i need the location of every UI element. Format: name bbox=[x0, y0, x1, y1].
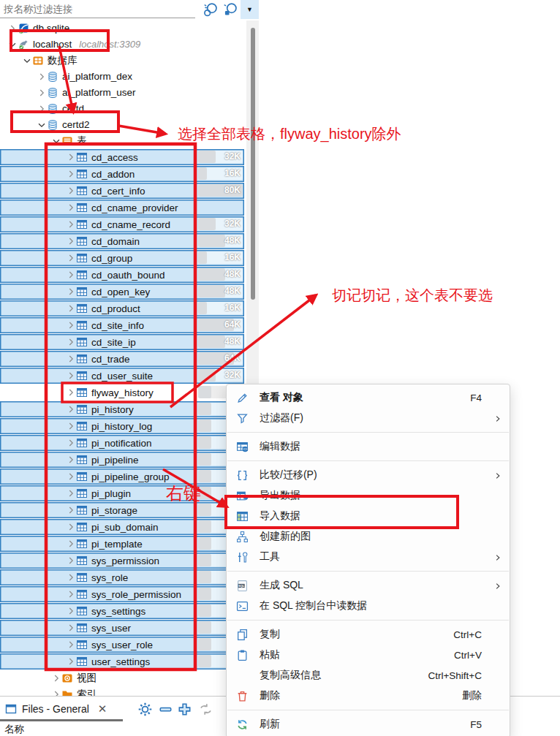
chevron-right-icon[interactable] bbox=[66, 572, 76, 583]
menu-item-export-data[interactable]: 导出数据 bbox=[227, 485, 510, 506]
tree-item-ai_platform_dex[interactable]: ai_platform_dex bbox=[0, 69, 244, 84]
tree-item-cd_site_ip[interactable]: cd_site_ip48K bbox=[0, 334, 244, 350]
chevron-right-icon[interactable] bbox=[37, 103, 47, 115]
tree-item--[interactable]: 表 bbox=[0, 133, 244, 148]
settings-gear-icon[interactable] bbox=[137, 702, 153, 717]
chevron-right-icon[interactable] bbox=[66, 269, 76, 281]
tree-item-localhost[interactable]: localhostlocalhost:3309 bbox=[0, 37, 244, 52]
tree-item-ai_platform_user[interactable]: ai_platform_user bbox=[0, 85, 244, 100]
chevron-right-icon[interactable] bbox=[66, 639, 76, 650]
chevron-right-icon[interactable] bbox=[66, 370, 76, 382]
tree-item-pi_storage[interactable]: pi_storage bbox=[0, 502, 244, 518]
tree-item-certd2[interactable]: certd2 bbox=[0, 117, 244, 132]
menu-item-delete[interactable]: 删除删除 bbox=[227, 686, 510, 706]
tree-item-db-sqlite[interactable]: db.sqlite bbox=[0, 20, 244, 36]
tree-item-cd_cname_record[interactable]: cd_cname_record32K bbox=[0, 216, 244, 232]
tree-item-pi_pipeline_group[interactable]: pi_pipeline_group bbox=[0, 468, 244, 485]
chevron-right-icon[interactable] bbox=[66, 555, 76, 566]
menu-item-refresh[interactable]: 刷新F5 bbox=[227, 714, 510, 735]
tree-item-pi_history_log[interactable]: pi_history_log bbox=[0, 418, 244, 434]
tree-item-pi_notification[interactable]: pi_notification bbox=[0, 435, 244, 451]
chevron-right-icon[interactable] bbox=[37, 87, 47, 99]
chevron-right-icon[interactable] bbox=[66, 235, 76, 247]
chevron-right-icon[interactable] bbox=[66, 151, 76, 163]
chevron-right-icon[interactable] bbox=[66, 521, 76, 533]
menu-item-tools[interactable]: 工具 bbox=[227, 547, 510, 567]
tree-item-cd_cname_provider[interactable]: cd_cname_provider bbox=[0, 200, 244, 216]
tree-item-user_settings[interactable]: user_settings bbox=[0, 653, 244, 669]
tree-item--[interactable]: 索引 bbox=[0, 686, 244, 696]
tree-item-certd[interactable]: certd bbox=[0, 101, 244, 116]
tree-item-pi_plugin[interactable]: pi_plugin bbox=[0, 485, 244, 501]
chevron-right-icon[interactable] bbox=[51, 688, 61, 697]
tree-item-cd_group[interactable]: cd_group16K bbox=[0, 250, 244, 266]
menu-item-copy-advanced-info[interactable]: 复制高级信息Ctrl+Shift+C bbox=[227, 665, 510, 686]
tree-item-sys_permission[interactable]: sys_permission bbox=[0, 553, 244, 569]
chevron-right-icon[interactable] bbox=[7, 23, 18, 34]
chevron-right-icon[interactable] bbox=[66, 420, 76, 432]
tree-item-sys_user[interactable]: sys_user bbox=[0, 620, 244, 636]
chevron-right-icon[interactable] bbox=[66, 303, 76, 314]
chevron-down-icon[interactable] bbox=[7, 39, 18, 50]
chevron-right-icon[interactable] bbox=[66, 319, 76, 331]
chevron-right-icon[interactable] bbox=[66, 403, 76, 415]
menu-item-view-object[interactable]: 查看 对象F4 bbox=[227, 387, 510, 408]
tree-item--[interactable]: 数据库 bbox=[0, 53, 244, 68]
chevron-down-icon[interactable] bbox=[51, 135, 61, 147]
chevron-right-icon[interactable] bbox=[66, 252, 76, 264]
tree-item-cd_trade[interactable]: cd_trade64K bbox=[0, 351, 244, 367]
tree-item-pi_history[interactable]: pi_history bbox=[0, 401, 244, 417]
tree-item-pi_template[interactable]: pi_template bbox=[0, 536, 244, 552]
tree-item-sys_settings[interactable]: sys_settings bbox=[0, 603, 244, 619]
chevron-right-icon[interactable] bbox=[66, 656, 76, 667]
chevron-right-icon[interactable] bbox=[66, 286, 76, 297]
chevron-right-icon[interactable] bbox=[66, 387, 76, 398]
chevron-right-icon[interactable] bbox=[66, 622, 76, 634]
chevron-right-icon[interactable] bbox=[66, 504, 76, 516]
tree-item-cd_user_suite[interactable]: cd_user_suite32K bbox=[0, 368, 244, 384]
chevron-right-icon[interactable] bbox=[66, 588, 76, 600]
tree-item--[interactable]: 视图 bbox=[0, 670, 244, 686]
scrollbar-thumb[interactable] bbox=[251, 28, 255, 300]
tab-files-general[interactable]: Files - General ✕ bbox=[0, 698, 107, 719]
menu-item-paste[interactable]: 粘贴Ctrl+V bbox=[227, 645, 510, 665]
chevron-right-icon[interactable] bbox=[66, 487, 76, 499]
tree-item-cd_domain[interactable]: cd_domain48K bbox=[0, 233, 244, 249]
menu-item-read-data-in-sql-console[interactable]: 在 SQL 控制台中读数据 bbox=[227, 596, 510, 616]
chevron-right-icon[interactable] bbox=[66, 471, 76, 482]
chevron-right-icon[interactable] bbox=[66, 605, 76, 617]
chevron-down-icon[interactable] bbox=[37, 119, 47, 131]
tree-item-flyway_history[interactable]: flyway_history bbox=[0, 384, 244, 401]
tree-item-cd_access[interactable]: cd_access32K bbox=[0, 149, 244, 165]
tree-item-cd_cert_info[interactable]: cd_cert_info80K bbox=[0, 183, 244, 199]
menu-item-import-data[interactable]: 导入数据 bbox=[227, 506, 510, 526]
close-icon[interactable]: ✕ bbox=[98, 702, 107, 716]
link-with-editor-icon[interactable] bbox=[198, 702, 213, 717]
tree-item-pi_pipeline[interactable]: pi_pipeline bbox=[0, 452, 244, 468]
show-connected-icon[interactable] bbox=[203, 1, 219, 18]
chevron-right-icon[interactable] bbox=[66, 454, 76, 466]
tree-item-pi_sub_domain[interactable]: pi_sub_domain bbox=[0, 519, 244, 535]
chevron-right-icon[interactable] bbox=[66, 336, 76, 348]
tree-item-cd_site_info[interactable]: cd_site_info64K bbox=[0, 317, 244, 333]
show-active-connection-icon[interactable] bbox=[222, 1, 238, 18]
tree-item-cd_product[interactable]: cd_product16K bbox=[0, 300, 244, 316]
chevron-right-icon[interactable] bbox=[66, 437, 76, 449]
connection-filter-input[interactable] bbox=[0, 0, 195, 18]
tree-item-sys_role[interactable]: sys_role bbox=[0, 569, 244, 585]
menu-item-create-new-diagram[interactable]: 创建新的图 bbox=[227, 526, 510, 547]
menu-item-filters[interactable]: 过滤器(F) bbox=[227, 408, 510, 428]
chevron-right-icon[interactable] bbox=[37, 71, 47, 83]
tree-item-sys_user_role[interactable]: sys_user_role bbox=[0, 637, 244, 653]
tree-item-sys_role_permission[interactable]: sys_role_permission bbox=[0, 586, 244, 602]
chevron-right-icon[interactable] bbox=[66, 202, 76, 213]
chevron-right-icon[interactable] bbox=[66, 538, 76, 550]
menu-item-compare-migrate[interactable]: 比较/迁移(P) bbox=[227, 465, 510, 485]
chevron-right-icon[interactable] bbox=[51, 672, 61, 684]
chevron-right-icon[interactable] bbox=[66, 219, 76, 230]
menu-item-edit-data[interactable]: <>编辑数据 bbox=[227, 436, 510, 457]
tree-item-cd_oauth_bound[interactable]: cd_oauth_bound48K bbox=[0, 267, 244, 283]
menu-item-generate-sql[interactable]: SQL生成 SQL bbox=[227, 575, 510, 596]
collapse-all-icon[interactable] bbox=[158, 702, 173, 717]
chevron-down-icon[interactable] bbox=[22, 55, 32, 67]
